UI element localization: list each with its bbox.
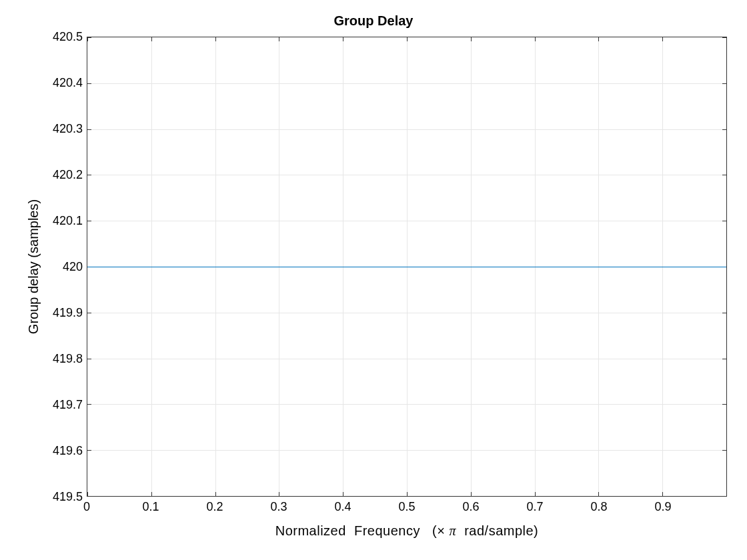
xlabel-part: Normalized Frequency ( (275, 523, 438, 538)
y-tick-label: 420.4 (16, 76, 83, 90)
tick-mark (87, 83, 91, 84)
tick-mark (662, 37, 663, 41)
y-tick-label: 419.7 (16, 398, 83, 412)
tick-mark (87, 129, 91, 130)
tick-mark (722, 450, 726, 451)
tick-mark (722, 313, 726, 313)
grid-line (87, 450, 726, 451)
tick-mark (535, 492, 536, 496)
grid-line (87, 83, 726, 84)
y-tick-label: 419.5 (16, 490, 83, 504)
tick-mark (407, 37, 408, 41)
y-tick-label: 419.8 (16, 352, 83, 366)
figure: Group Delay 419.5 419.6 419.7 419.8 419.… (0, 0, 747, 560)
y-axis-label-container: Group delay (samples) (27, 37, 40, 497)
tick-mark (722, 37, 726, 38)
tick-mark (471, 37, 472, 41)
tick-mark (279, 37, 279, 41)
y-tick-label: 420.3 (16, 122, 83, 136)
tick-mark (662, 492, 663, 496)
pi-symbol-icon: π (450, 523, 457, 538)
chart-title: Group Delay (0, 13, 747, 29)
tick-mark (722, 175, 726, 175)
tick-mark (151, 37, 152, 41)
tick-mark (722, 83, 726, 84)
y-tick-label: 419.6 (16, 444, 83, 458)
x-tick-label: 0.1 (142, 500, 159, 514)
tick-mark (87, 359, 91, 359)
tick-mark (722, 129, 726, 130)
tick-mark (471, 492, 472, 496)
tick-mark (343, 492, 343, 496)
plot-area (87, 37, 727, 497)
tick-mark (343, 37, 343, 41)
tick-mark (87, 313, 91, 313)
tick-mark (722, 221, 726, 221)
tick-mark (87, 496, 91, 497)
tick-mark (279, 492, 279, 496)
grid-line (87, 221, 726, 221)
x-tick-label: 0.5 (398, 500, 415, 514)
x-tick-label: 0.2 (206, 500, 223, 514)
tick-mark (598, 492, 599, 496)
tick-mark (598, 37, 599, 41)
x-tick-label: 0 (83, 500, 90, 514)
x-tick-label: 0.4 (334, 500, 351, 514)
tick-mark (722, 404, 726, 405)
x-tick-label: 0.6 (462, 500, 479, 514)
grid-line (87, 404, 726, 405)
x-tick-label: 0.8 (590, 500, 607, 514)
tick-mark (87, 450, 91, 451)
tick-mark (87, 175, 91, 175)
data-series-line (87, 267, 726, 267)
tick-mark (215, 37, 216, 41)
xlabel-times: × (437, 523, 445, 538)
y-tick-label: 420.2 (16, 168, 83, 182)
grid-line (87, 129, 726, 130)
grid-line (87, 313, 726, 313)
xlabel-part: rad/sample) (456, 523, 538, 538)
x-tick-label: 0.3 (270, 500, 287, 514)
tick-mark (722, 496, 726, 497)
tick-mark (722, 359, 726, 359)
tick-mark (87, 37, 91, 38)
tick-mark (151, 492, 152, 496)
y-axis-label: Group delay (samples) (26, 199, 41, 334)
x-tick-label: 0.7 (526, 500, 543, 514)
tick-mark (407, 492, 408, 496)
tick-mark (87, 221, 91, 221)
grid-line (87, 359, 726, 359)
tick-mark (215, 492, 216, 496)
tick-mark (535, 37, 536, 41)
x-axis-label: Normalized Frequency (× π rad/sample) (87, 523, 727, 539)
tick-mark (87, 404, 91, 405)
x-tick-label: 0.9 (654, 500, 671, 514)
y-tick-label: 420.5 (16, 30, 83, 44)
grid-line (87, 175, 726, 175)
